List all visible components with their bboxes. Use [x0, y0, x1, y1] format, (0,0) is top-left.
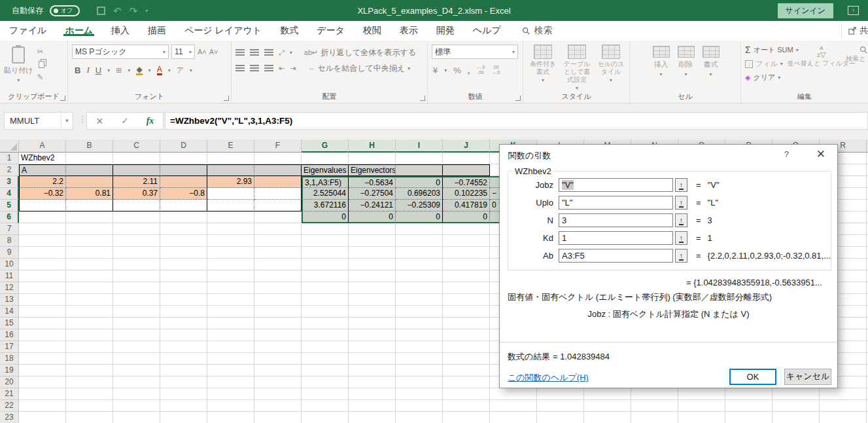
cell-G14[interactable] — [302, 306, 349, 318]
cell-G16[interactable] — [302, 329, 349, 341]
align-center-icon[interactable] — [250, 65, 259, 66]
cell-H18[interactable] — [349, 353, 396, 365]
cell-D3[interactable] — [160, 176, 207, 188]
cell-C13[interactable] — [113, 294, 160, 306]
format-as-table-button[interactable]: テーブルとして書式設定 ▾ — [561, 45, 593, 91]
cell-B16[interactable] — [66, 329, 113, 341]
cell-D7[interactable] — [160, 223, 207, 235]
cell-A21[interactable] — [19, 388, 66, 400]
cell-I11[interactable] — [396, 270, 443, 282]
signin-button[interactable]: サインイン — [778, 3, 833, 18]
row-header-23[interactable]: 23 — [0, 412, 19, 423]
row-header-4[interactable]: 4 — [0, 188, 19, 200]
cell-G2[interactable]: Eigenvalues — [302, 164, 349, 176]
cell-H19[interactable] — [349, 365, 396, 377]
cell-B21[interactable] — [66, 388, 113, 400]
cancel-button[interactable]: キャンセル — [784, 369, 831, 385]
cell-D13[interactable] — [160, 294, 207, 306]
cell-G9[interactable] — [302, 247, 349, 259]
formula-input[interactable]: =WZhbev2("V","L",3,1,A3:F5) — [165, 112, 868, 130]
cell-O21[interactable] — [678, 388, 725, 400]
phonetic-dropdown-icon[interactable]: ▾ — [190, 67, 192, 73]
cell-F9[interactable] — [254, 247, 302, 259]
cell-I6[interactable]: 0 — [396, 212, 443, 223]
insert-cells-button[interactable]: 挿入 ▾ — [653, 45, 670, 91]
row-header-12[interactable]: 12 — [0, 282, 19, 294]
cell-A19[interactable] — [19, 365, 66, 377]
range-selector-icon-N[interactable]: ↑ — [675, 213, 687, 227]
cell-P21[interactable] — [725, 388, 773, 400]
cell-D1[interactable] — [160, 153, 207, 164]
cell-F3[interactable] — [254, 176, 302, 188]
cell-D16[interactable] — [160, 329, 207, 341]
cell-M22[interactable] — [584, 400, 631, 412]
column-header-G[interactable]: G — [302, 139, 349, 153]
cell-O22[interactable] — [678, 400, 725, 412]
cell-J15[interactable] — [443, 318, 490, 329]
cell-A2[interactable]: A — [19, 164, 66, 176]
cell-G10[interactable] — [302, 259, 349, 270]
row-header-2[interactable]: 2 — [0, 164, 19, 176]
borders-dropdown-icon[interactable]: ▾ — [128, 67, 130, 73]
cell-A20[interactable] — [19, 377, 66, 388]
phonetic-guide-icon[interactable]: ア — [177, 65, 184, 75]
cell-J18[interactable] — [443, 353, 490, 365]
font-dialog-launcher-icon[interactable] — [224, 96, 229, 101]
column-header-J[interactable]: J — [443, 139, 490, 153]
cell-I13[interactable] — [396, 294, 443, 306]
cell-F17[interactable] — [254, 341, 302, 353]
clear-button[interactable]: ◈クリア▾ — [745, 73, 799, 83]
format-painter-icon[interactable]: ✎ — [37, 73, 44, 82]
share-button[interactable]: 共有 — [841, 23, 868, 39]
cell-C19[interactable] — [113, 365, 160, 377]
paste-dropdown-icon[interactable]: ▾ — [17, 77, 20, 83]
cell-G11[interactable] — [302, 270, 349, 282]
row-header-21[interactable]: 21 — [0, 388, 19, 400]
cell-N21[interactable] — [631, 388, 678, 400]
borders-icon[interactable]: ⊞ — [116, 66, 122, 75]
cell-A15[interactable] — [19, 318, 66, 329]
cell-I8[interactable] — [396, 235, 443, 247]
undo-icon[interactable]: ↶ — [113, 6, 122, 16]
cell-B1[interactable] — [66, 153, 113, 164]
cell-E12[interactable] — [207, 282, 254, 294]
decrease-indent-icon[interactable]: ⇤ — [279, 64, 285, 73]
name-box-dropdown-icon[interactable]: ▼ — [61, 113, 73, 129]
cell-I19[interactable] — [396, 365, 443, 377]
cell-H9[interactable] — [349, 247, 396, 259]
cell-H2[interactable]: Eigenvectors — [349, 164, 396, 176]
cell-I14[interactable] — [396, 306, 443, 318]
cell-H17[interactable] — [349, 341, 396, 353]
ribbon-tab-7[interactable]: 校閲 — [354, 25, 391, 37]
search-box[interactable]: 検索 — [522, 25, 553, 37]
cell-A13[interactable] — [19, 294, 66, 306]
cell-F1[interactable] — [254, 153, 302, 164]
paste-button[interactable]: 貼り付け ▾ — [4, 45, 33, 91]
cell-H16[interactable] — [349, 329, 396, 341]
ribbon-tab-5[interactable]: 数式 — [271, 25, 307, 37]
cell-G5[interactable]: 3.672116 — [302, 200, 349, 212]
cell-B10[interactable] — [66, 259, 113, 270]
cell-J2[interactable] — [443, 164, 490, 176]
number-format-select[interactable]: 標準▾ — [432, 45, 518, 59]
cell-E11[interactable] — [207, 270, 254, 282]
ribbon-tab-1[interactable]: ホーム — [56, 25, 102, 37]
ribbon-tab-9[interactable]: 開発 — [427, 25, 464, 37]
cell-I17[interactable] — [396, 341, 443, 353]
italic-button[interactable]: I — [86, 65, 89, 75]
cell-I1[interactable] — [396, 153, 443, 164]
cell-E21[interactable] — [207, 388, 254, 400]
cell-A23[interactable] — [19, 412, 66, 423]
cell-A7[interactable] — [19, 223, 66, 235]
cell-A9[interactable] — [19, 247, 66, 259]
cell-H21[interactable] — [349, 388, 396, 400]
cell-B17[interactable] — [66, 341, 113, 353]
cell-D14[interactable] — [160, 306, 207, 318]
cell-C12[interactable] — [113, 282, 160, 294]
cell-B11[interactable] — [66, 270, 113, 282]
ribbon-tab-8[interactable]: 表示 — [391, 25, 427, 37]
align-middle-icon[interactable] — [250, 49, 259, 50]
ribbon-tab-10[interactable]: ヘルプ — [464, 25, 510, 37]
argument-input-N[interactable]: 3 — [559, 213, 673, 227]
cell-K21[interactable] — [490, 388, 537, 400]
